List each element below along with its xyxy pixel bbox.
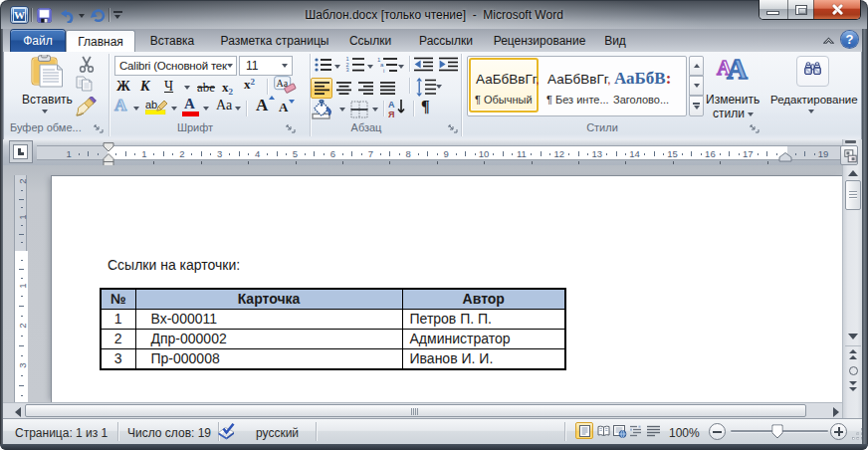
svg-text:Я: Я (388, 110, 394, 118)
svg-text:А: А (388, 100, 395, 110)
svg-text:3: 3 (346, 67, 349, 73)
svg-text:i: i (383, 68, 384, 73)
svg-text:ab: ab (145, 99, 157, 111)
